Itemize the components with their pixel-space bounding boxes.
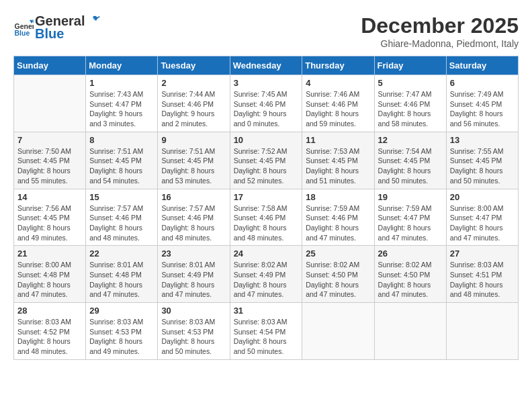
day-info: Sunrise: 8:00 AM Sunset: 4:48 PM Dayligh… — [17, 260, 82, 300]
day-number: 23 — [161, 248, 226, 259]
calendar-cell: 10Sunrise: 7:52 AM Sunset: 4:45 PM Dayli… — [230, 132, 302, 189]
calendar-cell: 31Sunrise: 8:03 AM Sunset: 4:54 PM Dayli… — [230, 303, 302, 360]
calendar-cell: 23Sunrise: 8:01 AM Sunset: 4:49 PM Dayli… — [158, 246, 230, 303]
day-number: 1 — [89, 78, 154, 88]
day-info: Sunrise: 7:46 AM Sunset: 4:46 PM Dayligh… — [306, 89, 370, 129]
day-info: Sunrise: 8:03 AM Sunset: 4:53 PM Dayligh… — [89, 317, 154, 357]
calendar-cell: 5Sunrise: 7:47 AM Sunset: 4:46 PM Daylig… — [374, 75, 446, 132]
day-number: 13 — [450, 135, 515, 145]
calendar-cell: 28Sunrise: 8:03 AM Sunset: 4:52 PM Dayli… — [14, 303, 86, 360]
day-info: Sunrise: 7:54 AM Sunset: 4:45 PM Dayligh… — [378, 146, 443, 186]
logo-icon: General Blue — [13, 17, 34, 38]
day-info: Sunrise: 7:52 AM Sunset: 4:45 PM Dayligh… — [234, 146, 299, 186]
calendar-cell: 25Sunrise: 8:02 AM Sunset: 4:50 PM Dayli… — [302, 246, 374, 303]
day-number: 11 — [306, 135, 370, 145]
day-info: Sunrise: 7:59 AM Sunset: 4:46 PM Dayligh… — [306, 203, 370, 243]
day-number: 21 — [17, 248, 82, 259]
title-block: December 2025 Ghiare-Madonna, Piedmont, … — [361, 13, 519, 49]
calendar-cell: 8Sunrise: 7:51 AM Sunset: 4:45 PM Daylig… — [86, 132, 158, 189]
day-info: Sunrise: 8:01 AM Sunset: 4:49 PM Dayligh… — [161, 260, 226, 300]
day-number: 31 — [234, 306, 299, 316]
weekday-header-friday: Friday — [374, 56, 446, 75]
logo-bird-icon — [85, 14, 100, 29]
day-number: 8 — [89, 135, 154, 145]
calendar-cell: 13Sunrise: 7:55 AM Sunset: 4:45 PM Dayli… — [446, 132, 518, 189]
calendar-cell: 12Sunrise: 7:54 AM Sunset: 4:45 PM Dayli… — [374, 132, 446, 189]
day-info: Sunrise: 7:45 AM Sunset: 4:46 PM Dayligh… — [234, 89, 299, 129]
calendar-cell: 16Sunrise: 7:57 AM Sunset: 4:46 PM Dayli… — [158, 189, 230, 246]
day-number: 14 — [17, 192, 82, 202]
calendar-cell: 18Sunrise: 7:59 AM Sunset: 4:46 PM Dayli… — [302, 189, 374, 246]
calendar-cell: 15Sunrise: 7:57 AM Sunset: 4:46 PM Dayli… — [86, 189, 158, 246]
day-number: 5 — [378, 78, 443, 88]
calendar-cell: 24Sunrise: 8:02 AM Sunset: 4:49 PM Dayli… — [230, 246, 302, 303]
day-info: Sunrise: 8:03 AM Sunset: 4:54 PM Dayligh… — [234, 317, 299, 357]
calendar-cell: 4Sunrise: 7:46 AM Sunset: 4:46 PM Daylig… — [302, 75, 374, 132]
day-info: Sunrise: 7:59 AM Sunset: 4:47 PM Dayligh… — [378, 203, 443, 243]
day-info: Sunrise: 8:03 AM Sunset: 4:53 PM Dayligh… — [161, 317, 226, 357]
day-info: Sunrise: 7:51 AM Sunset: 4:45 PM Dayligh… — [89, 146, 154, 186]
day-info: Sunrise: 8:01 AM Sunset: 4:48 PM Dayligh… — [89, 260, 154, 300]
day-info: Sunrise: 7:57 AM Sunset: 4:46 PM Dayligh… — [89, 203, 154, 243]
calendar-cell: 6Sunrise: 7:49 AM Sunset: 4:45 PM Daylig… — [446, 75, 518, 132]
day-info: Sunrise: 7:43 AM Sunset: 4:47 PM Dayligh… — [89, 89, 154, 129]
calendar-cell — [446, 303, 518, 360]
day-info: Sunrise: 7:58 AM Sunset: 4:46 PM Dayligh… — [234, 203, 299, 243]
day-number: 30 — [161, 306, 226, 316]
calendar-cell: 27Sunrise: 8:03 AM Sunset: 4:51 PM Dayli… — [446, 246, 518, 303]
calendar-cell: 17Sunrise: 7:58 AM Sunset: 4:46 PM Dayli… — [230, 189, 302, 246]
calendar-cell: 14Sunrise: 7:56 AM Sunset: 4:45 PM Dayli… — [14, 189, 86, 246]
day-info: Sunrise: 7:55 AM Sunset: 4:45 PM Dayligh… — [450, 146, 515, 186]
day-info: Sunrise: 8:02 AM Sunset: 4:49 PM Dayligh… — [234, 260, 299, 300]
day-number: 20 — [450, 192, 515, 202]
week-row-1: 1Sunrise: 7:43 AM Sunset: 4:47 PM Daylig… — [14, 75, 519, 132]
calendar-cell: 3Sunrise: 7:45 AM Sunset: 4:46 PM Daylig… — [230, 75, 302, 132]
day-number: 27 — [450, 248, 515, 259]
day-info: Sunrise: 7:56 AM Sunset: 4:45 PM Dayligh… — [17, 203, 82, 243]
calendar-cell: 22Sunrise: 8:01 AM Sunset: 4:48 PM Dayli… — [86, 246, 158, 303]
calendar-cell: 29Sunrise: 8:03 AM Sunset: 4:53 PM Dayli… — [86, 303, 158, 360]
day-info: Sunrise: 7:57 AM Sunset: 4:46 PM Dayligh… — [161, 203, 226, 243]
calendar-table: SundayMondayTuesdayWednesdayThursdayFrid… — [13, 56, 519, 360]
day-info: Sunrise: 7:50 AM Sunset: 4:45 PM Dayligh… — [17, 146, 82, 186]
week-row-3: 14Sunrise: 7:56 AM Sunset: 4:45 PM Dayli… — [14, 189, 519, 246]
day-number: 24 — [234, 248, 299, 259]
day-info: Sunrise: 7:51 AM Sunset: 4:45 PM Dayligh… — [161, 146, 226, 186]
weekday-header-monday: Monday — [86, 56, 158, 75]
day-info: Sunrise: 7:53 AM Sunset: 4:45 PM Dayligh… — [306, 146, 370, 186]
day-number: 25 — [306, 248, 370, 259]
calendar-cell: 30Sunrise: 8:03 AM Sunset: 4:53 PM Dayli… — [158, 303, 230, 360]
day-number: 26 — [378, 248, 443, 259]
day-number: 17 — [234, 192, 299, 202]
week-row-2: 7Sunrise: 7:50 AM Sunset: 4:45 PM Daylig… — [14, 132, 519, 189]
day-info: Sunrise: 8:00 AM Sunset: 4:47 PM Dayligh… — [450, 203, 515, 243]
day-info: Sunrise: 7:44 AM Sunset: 4:46 PM Dayligh… — [161, 89, 226, 129]
day-number: 16 — [161, 192, 226, 202]
calendar-cell: 21Sunrise: 8:00 AM Sunset: 4:48 PM Dayli… — [14, 246, 86, 303]
day-info: Sunrise: 8:02 AM Sunset: 4:50 PM Dayligh… — [306, 260, 370, 300]
day-number: 9 — [161, 135, 226, 145]
day-info: Sunrise: 8:03 AM Sunset: 4:52 PM Dayligh… — [17, 317, 82, 357]
day-number: 18 — [306, 192, 370, 202]
svg-text:Blue: Blue — [15, 29, 30, 37]
day-info: Sunrise: 7:47 AM Sunset: 4:46 PM Dayligh… — [378, 89, 443, 129]
day-number: 28 — [17, 306, 82, 316]
calendar-cell: 20Sunrise: 8:00 AM Sunset: 4:47 PM Dayli… — [446, 189, 518, 246]
month-title: December 2025 — [361, 13, 519, 38]
calendar-cell — [374, 303, 446, 360]
day-number: 15 — [89, 192, 154, 202]
weekday-header-row: SundayMondayTuesdayWednesdayThursdayFrid… — [14, 56, 519, 75]
weekday-header-saturday: Saturday — [446, 56, 518, 75]
week-row-5: 28Sunrise: 8:03 AM Sunset: 4:52 PM Dayli… — [14, 303, 519, 360]
calendar-cell: 19Sunrise: 7:59 AM Sunset: 4:47 PM Dayli… — [374, 189, 446, 246]
calendar-cell: 2Sunrise: 7:44 AM Sunset: 4:46 PM Daylig… — [158, 75, 230, 132]
calendar-cell: 26Sunrise: 8:02 AM Sunset: 4:50 PM Dayli… — [374, 246, 446, 303]
calendar-cell: 9Sunrise: 7:51 AM Sunset: 4:45 PM Daylig… — [158, 132, 230, 189]
calendar-cell — [14, 75, 86, 132]
weekday-header-sunday: Sunday — [14, 56, 86, 75]
day-number: 3 — [234, 78, 299, 88]
day-number: 2 — [161, 78, 226, 88]
day-number: 12 — [378, 135, 443, 145]
logo: General Blue General Blue — [13, 13, 101, 42]
calendar-cell: 1Sunrise: 7:43 AM Sunset: 4:47 PM Daylig… — [86, 75, 158, 132]
